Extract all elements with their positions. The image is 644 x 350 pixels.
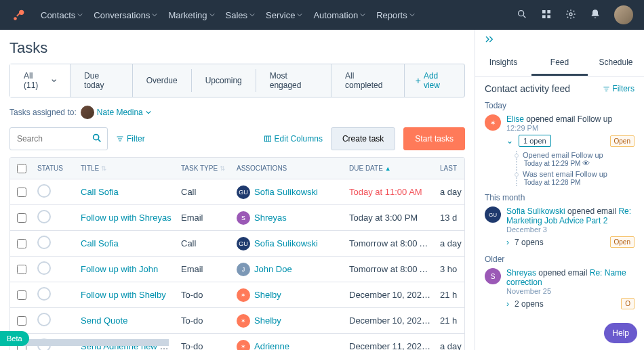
task-title-link[interactable]: Call Sofia — [81, 187, 119, 197]
due-date: December 10, 2020 8:0… — [345, 290, 436, 300]
status-circle[interactable] — [37, 236, 51, 249]
col-type[interactable]: TASK TYPE⇅ — [177, 165, 233, 172]
association-link[interactable]: Sofia Sulikowski — [254, 238, 318, 248]
col-due[interactable]: DUE DATE▲ — [345, 165, 436, 172]
settings-icon[interactable] — [565, 9, 576, 22]
view-tab[interactable]: Upcoming — [192, 69, 256, 92]
expand-icon[interactable]: ⌄ — [506, 136, 513, 146]
task-title-link[interactable]: Send Quote — [81, 315, 127, 326]
row-checkbox[interactable] — [17, 265, 26, 274]
nav-item-automation[interactable]: Automation — [309, 6, 369, 24]
contact-avatar-icon: S — [485, 268, 501, 284]
status-circle[interactable] — [37, 184, 51, 198]
status-circle[interactable] — [37, 261, 51, 275]
user-avatar[interactable] — [614, 5, 633, 24]
open-count: 7 opens — [515, 238, 544, 247]
activity-item[interactable]: ✶ Elise opened email Follow up 12:29 PM … — [485, 114, 635, 186]
table-row: Follow up with ShreyasEmailSShreyasToday… — [10, 205, 464, 231]
section-older: Older — [485, 255, 635, 264]
search-icon[interactable] — [92, 133, 102, 146]
start-tasks-button[interactable]: Start tasks — [403, 127, 465, 150]
association-link[interactable]: Shreyas — [254, 213, 287, 223]
task-type: Email — [177, 213, 233, 223]
select-all-checkbox[interactable] — [17, 164, 26, 173]
nav-item-reports[interactable]: Reports — [372, 6, 419, 24]
top-nav: Contacts Conversations Marketing Sales S… — [0, 0, 644, 30]
task-type: Email — [177, 264, 233, 274]
col-title[interactable]: TITLE⇅ — [77, 165, 177, 172]
view-tab[interactable]: All (11) — [10, 64, 71, 97]
assoc-avatar-icon: J — [237, 263, 250, 276]
assigned-label: Tasks assigned to: — [9, 108, 77, 117]
view-tab[interactable]: Most engaged — [256, 64, 331, 97]
person-avatar-icon — [81, 106, 94, 119]
task-title-link[interactable]: Follow up with Shreyas — [81, 213, 172, 223]
filter-button[interactable]: Filter — [116, 134, 145, 144]
assoc-avatar-icon: GU — [237, 185, 250, 199]
horizontal-scrollbar[interactable] — [9, 339, 465, 346]
status-circle[interactable] — [37, 210, 51, 223]
association-link[interactable]: Shelby — [254, 290, 281, 300]
activity-item[interactable]: S Shreyas opened email Re: Name correcti… — [485, 268, 635, 309]
assigned-person[interactable]: Nate Medina — [81, 106, 151, 119]
row-checkbox[interactable] — [17, 239, 26, 248]
association-link[interactable]: Sofia Sulikowski — [254, 187, 318, 197]
section-month: This month — [485, 193, 635, 202]
add-view-button[interactable]: + Add view — [405, 64, 464, 97]
open-badge[interactable]: Open — [610, 135, 635, 147]
row-checkbox[interactable] — [17, 213, 26, 223]
open-count: 2 opens — [515, 299, 544, 309]
activity-item[interactable]: GU Sofia Sulikowski opened email Re: Mar… — [485, 206, 635, 248]
create-task-button[interactable]: Create task — [331, 127, 395, 150]
help-button[interactable]: Help — [604, 323, 637, 343]
svg-line-4 — [523, 16, 525, 18]
view-tab[interactable]: Overdue — [133, 69, 192, 92]
due-date: December 10, 2020 10:… — [345, 315, 436, 326]
nav-item-contacts[interactable]: Contacts — [37, 6, 87, 24]
row-checkbox[interactable] — [17, 188, 26, 197]
view-tab[interactable]: All completed — [331, 64, 405, 97]
hubspot-logo-icon[interactable] — [11, 7, 27, 23]
nav-item-service[interactable]: Service — [262, 6, 306, 24]
task-title-link[interactable]: Follow up with Shelby — [81, 290, 166, 300]
svg-rect-6 — [547, 10, 550, 14]
task-title-link[interactable]: Call Sofia — [81, 238, 119, 248]
marketplace-icon[interactable] — [541, 9, 552, 22]
due-date: Tomorrow at 8:00 AM — [345, 264, 436, 274]
beta-badge[interactable]: Beta — [0, 331, 29, 346]
search-icon[interactable] — [517, 9, 527, 22]
panel-tab-insights[interactable]: Insights — [475, 51, 531, 76]
row-checkbox[interactable] — [17, 290, 26, 300]
col-status[interactable]: STATUS — [33, 165, 77, 172]
edit-columns-button[interactable]: Edit Columns — [264, 134, 323, 144]
toolbar: Filter Edit Columns Create task Start ta… — [9, 127, 465, 150]
open-badge[interactable]: Open — [610, 236, 635, 248]
panel-tab-schedule[interactable]: Schedule — [588, 51, 644, 76]
row-checkbox[interactable] — [17, 316, 26, 326]
nav-item-marketing[interactable]: Marketing — [164, 6, 218, 24]
expand-icon[interactable]: › — [506, 299, 509, 309]
status-circle[interactable] — [37, 287, 51, 301]
col-assoc[interactable]: ASSOCIATIONS — [233, 165, 345, 172]
table-row: Call SofiaCallGUSofia SulikowskiTomorrow… — [10, 231, 464, 257]
status-circle[interactable] — [37, 313, 51, 326]
filter-icon — [603, 85, 610, 93]
notifications-icon[interactable] — [590, 9, 601, 22]
svg-rect-7 — [542, 15, 546, 18]
collapse-panel-button[interactable] — [475, 30, 644, 51]
table-header: STATUS TITLE⇅ TASK TYPE⇅ ASSOCIATIONS DU… — [10, 158, 464, 179]
association-link[interactable]: Shelby — [254, 315, 281, 326]
feed-filters-button[interactable]: Filters — [603, 84, 635, 93]
view-tab[interactable]: Due today — [71, 64, 133, 97]
task-title-link[interactable]: Follow up with John — [81, 264, 158, 274]
nav-item-conversations[interactable]: Conversations — [89, 6, 161, 24]
association-link[interactable]: John Doe — [254, 264, 292, 274]
chevron-down-icon — [146, 110, 151, 115]
panel-tab-feed[interactable]: Feed — [531, 51, 588, 76]
page-title: Tasks — [9, 39, 465, 57]
col-last[interactable]: LAST — [436, 165, 465, 172]
nav-item-sales[interactable]: Sales — [222, 6, 260, 24]
svg-point-10 — [94, 135, 99, 140]
open-badge[interactable]: O — [621, 298, 635, 309]
expand-icon[interactable]: › — [506, 238, 509, 247]
